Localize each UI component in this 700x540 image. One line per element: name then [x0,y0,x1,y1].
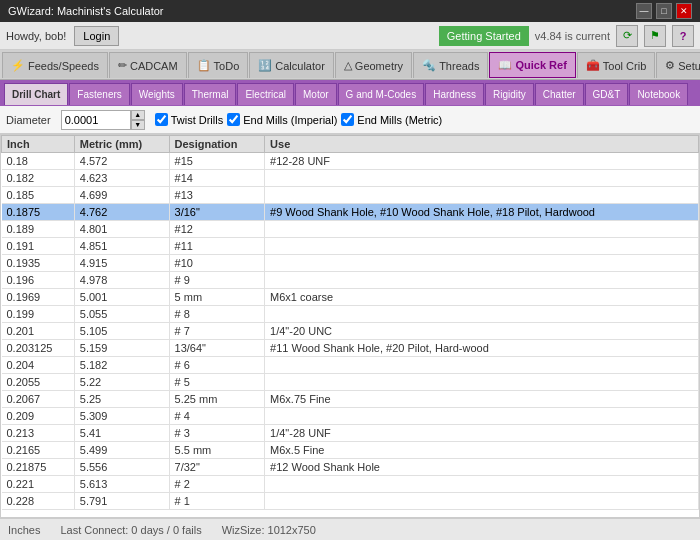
cadcam-icon: ✏ [118,59,127,72]
table-header-row: Inch Metric (mm) Designation Use [2,136,699,153]
close-button[interactable]: ✕ [676,3,692,19]
app-container: GWizard: Machinist's Calculator — □ ✕ Ho… [0,0,700,540]
getting-started-button[interactable]: Getting Started [439,26,529,46]
table-row[interactable]: 0.2215.613# 2 [2,476,699,493]
cell-metric: 4.699 [74,187,169,204]
table-row[interactable]: 0.20675.255.25 mmM6x.75 Fine [2,391,699,408]
cell-designation: #15 [169,153,265,170]
table-row[interactable]: 0.21655.4995.5 mmM6x.5 Fine [2,442,699,459]
table-row[interactable]: 0.1894.801#12 [2,221,699,238]
cell-use [265,187,699,204]
table-row[interactable]: 0.2135.41# 31/4"-28 UNF [2,425,699,442]
cell-designation: 5.5 mm [169,442,265,459]
statusbar: Inches Last Connect: 0 days / 0 fails Wi… [0,518,700,540]
cell-designation: # 5 [169,374,265,391]
cell-use [265,255,699,272]
subtab-notebook[interactable]: Notebook [629,83,688,105]
topbar: Howdy, bob! Login Getting Started v4.84 … [0,22,700,50]
table-row[interactable]: 0.19695.0015 mmM6x1 coarse [2,289,699,306]
table-row[interactable]: 0.184.572#15#12-28 UNF [2,153,699,170]
tab-threads[interactable]: 🔩 Threads [413,52,488,78]
diameter-input[interactable] [61,110,131,130]
cell-use [265,476,699,493]
endmills-imperial-label: End Mills (Imperial) [243,114,337,126]
subtab-gdandt[interactable]: GD&T [585,83,629,105]
subtab-drillchart[interactable]: Drill Chart [4,83,68,105]
subtab-thermal[interactable]: Thermal [184,83,237,105]
endmills-imp-checkbox-group: End Mills (Imperial) [227,113,337,126]
spinner-down-button[interactable]: ▼ [131,120,145,130]
subtab-weights[interactable]: Weights [131,83,183,105]
table-row[interactable]: 0.2285.791# 1 [2,493,699,510]
drill-table-container[interactable]: Inch Metric (mm) Designation Use 0.184.5… [0,134,700,518]
tab-todo[interactable]: 📋 ToDo [188,52,249,78]
endmills-metric-checkbox[interactable] [341,113,354,126]
cell-inch: 0.1935 [2,255,75,272]
subtab-rigidity[interactable]: Rigidity [485,83,534,105]
table-row[interactable]: 0.1854.699#13 [2,187,699,204]
cell-use: M6x.75 Fine [265,391,699,408]
table-row[interactable]: 0.1995.055# 8 [2,306,699,323]
subtab-gm-codes[interactable]: G and M-Codes [338,83,425,105]
subtab-chatter[interactable]: Chatter [535,83,584,105]
table-row[interactable]: 0.2095.309# 4 [2,408,699,425]
diameter-spinner: ▲ ▼ [131,110,145,130]
tab-toolcrib[interactable]: 🧰 Tool Crib [577,52,655,78]
table-row[interactable]: 0.2015.105# 71/4"-20 UNC [2,323,699,340]
titlebar: GWizard: Machinist's Calculator — □ ✕ [0,0,700,22]
calc-icon: 🔢 [258,59,272,72]
subtab-fasteners[interactable]: Fasteners [69,83,129,105]
table-row[interactable]: 0.2031255.15913/64"#11 Wood Shank Hole, … [2,340,699,357]
titlebar-controls: — □ ✕ [636,3,692,19]
cell-inch: 0.2055 [2,374,75,391]
tab-geometry[interactable]: △ Geometry [335,52,412,78]
subtab-motor[interactable]: Motor [295,83,337,105]
flag-icon-button[interactable]: ⚑ [644,25,666,47]
refresh-icon-button[interactable]: ⟳ [616,25,638,47]
cell-metric: 5.22 [74,374,169,391]
cell-inch: 0.209 [2,408,75,425]
cell-designation: 5 mm [169,289,265,306]
cell-use [265,408,699,425]
subtab-electrical[interactable]: Electrical [237,83,294,105]
drill-toolbar: Diameter ▲ ▼ Twist Drills End Mills (Imp… [0,106,700,134]
table-row[interactable]: 0.18754.7623/16"#9 Wood Shank Hole, #10 … [2,204,699,221]
twist-drills-checkbox[interactable] [155,113,168,126]
cell-designation: # 7 [169,323,265,340]
cell-use: #12-28 UNF [265,153,699,170]
table-row[interactable]: 0.1914.851#11 [2,238,699,255]
cell-metric: 5.613 [74,476,169,493]
subtab-hardness[interactable]: Hardness [425,83,484,105]
cell-metric: 4.978 [74,272,169,289]
cell-designation: 13/64" [169,340,265,357]
cell-inch: 0.228 [2,493,75,510]
table-row[interactable]: 0.20555.22# 5 [2,374,699,391]
spinner-up-button[interactable]: ▲ [131,110,145,120]
content-area: Inch Metric (mm) Designation Use 0.184.5… [0,134,700,518]
tab-feeds-speeds[interactable]: ⚡ Feeds/Speeds [2,52,108,78]
table-row[interactable]: 0.19354.915#10 [2,255,699,272]
help-icon-button[interactable]: ? [672,25,694,47]
greeting-text: Howdy, bob! [6,30,66,42]
cell-metric: 5.159 [74,340,169,357]
login-button[interactable]: Login [74,26,119,46]
maximize-button[interactable]: □ [656,3,672,19]
table-row[interactable]: 0.1964.978# 9 [2,272,699,289]
tab-cadcam[interactable]: ✏ CADCAM [109,52,187,78]
tab-setup[interactable]: ⚙ Setup [656,52,700,78]
tab-quickref[interactable]: 📖 Quick Ref [489,52,575,78]
table-row[interactable]: 0.2045.182# 6 [2,357,699,374]
cell-inch: 0.182 [2,170,75,187]
endmills-metric-label: End Mills (Metric) [357,114,442,126]
cell-use: 1/4"-20 UNC [265,323,699,340]
endmills-imperial-checkbox[interactable] [227,113,240,126]
tab-calculator[interactable]: 🔢 Calculator [249,52,334,78]
cell-metric: 4.851 [74,238,169,255]
cell-designation: # 3 [169,425,265,442]
cell-metric: 5.055 [74,306,169,323]
table-row[interactable]: 0.1824.623#14 [2,170,699,187]
cell-use: M6x1 coarse [265,289,699,306]
table-row[interactable]: 0.218755.5567/32"#12 Wood Shank Hole [2,459,699,476]
topbar-right: Getting Started v4.84 is current ⟳ ⚑ ? [439,25,694,47]
minimize-button[interactable]: — [636,3,652,19]
